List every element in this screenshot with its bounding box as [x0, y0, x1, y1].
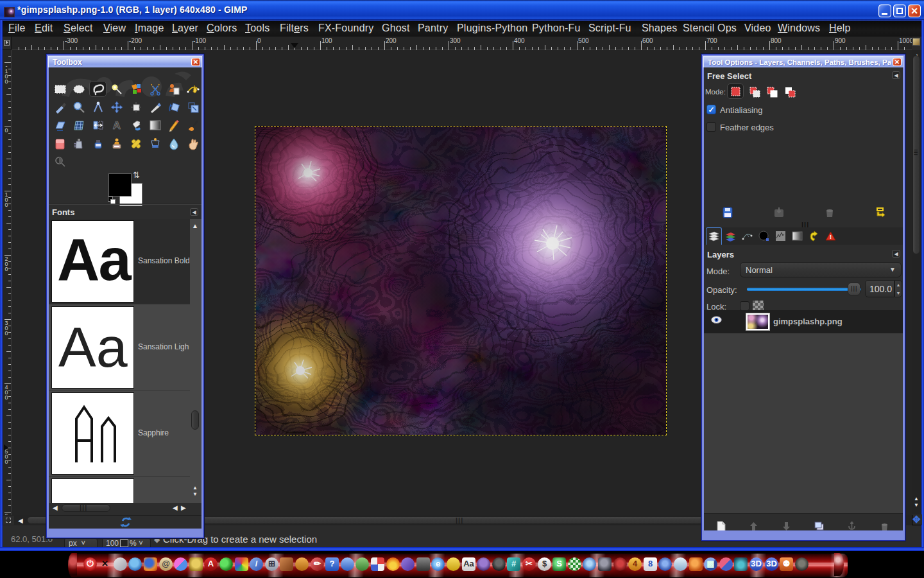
svg-text:!: !: [830, 234, 832, 240]
svg-text:A: A: [113, 119, 121, 132]
